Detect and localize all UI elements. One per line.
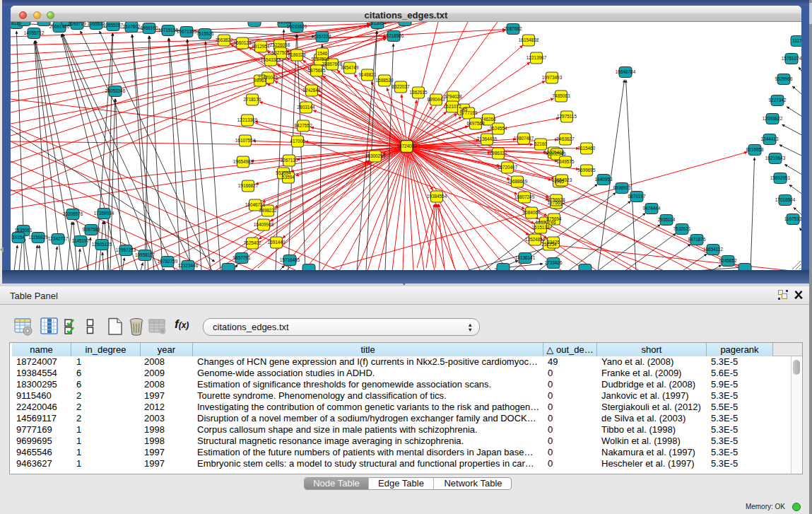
svg-text:1167533: 1167533 [784,216,801,221]
svg-text:9227342: 9227342 [769,98,787,103]
svg-text:6497568: 6497568 [467,121,485,126]
svg-text:875694: 875694 [546,216,562,221]
svg-text:17957253: 17957253 [116,247,136,252]
svg-text:10655287: 10655287 [103,23,124,28]
svg-text:6794028: 6794028 [445,94,462,99]
svg-text:12975115: 12975115 [557,114,577,119]
svg-text:10973493: 10973493 [542,75,563,80]
svg-text:16648784: 16648784 [616,69,636,74]
svg-text:15720407: 15720407 [498,165,518,170]
svg-text:16782759: 16782759 [158,259,178,264]
svg-text:8454749: 8454749 [341,65,359,70]
svg-text:6966160: 6966160 [141,25,158,30]
svg-text:1145197: 1145197 [72,238,90,243]
svg-text:16409948: 16409948 [254,222,274,227]
svg-text:10654112: 10654112 [703,247,723,252]
svg-text:20691406: 20691406 [49,24,70,29]
svg-text:16543382: 16543382 [261,57,281,62]
svg-text:23867608: 23867608 [322,62,343,66]
svg-text:19218586: 19218586 [384,33,404,38]
svg-text:2087682: 2087682 [505,26,522,31]
svg-text:9327508: 9327508 [312,57,329,62]
svg-text:20206576: 20206576 [63,211,83,216]
svg-text:1117: 1117 [792,38,801,43]
svg-text:1535061: 1535061 [15,228,33,233]
svg-text:39154: 39154 [12,235,25,240]
svg-text:1621072: 1621072 [444,104,461,109]
svg-text:7663822: 7663822 [216,37,233,42]
svg-text:21364436: 21364436 [477,136,498,141]
svg-text:12213369: 12213369 [237,117,258,122]
svg-text:1546: 1546 [317,51,328,56]
svg-text:8756928: 8756928 [548,197,565,202]
svg-text:15692951: 15692951 [770,175,791,180]
svg-text:12505135: 12505135 [92,242,112,247]
svg-text:8471676: 8471676 [688,237,706,242]
svg-text:16046736: 16046736 [245,202,266,207]
svg-text:19166827: 19166827 [238,183,259,188]
svg-text:23226058: 23226058 [270,42,290,47]
svg-text:9146821: 9146821 [359,72,377,77]
svg-text:14136141: 14136141 [515,255,536,260]
svg-text:16107554: 16107554 [235,138,256,143]
svg-text:1527602: 1527602 [123,24,141,29]
svg-text:10807487: 10807487 [514,136,534,141]
svg-text:10719155: 10719155 [158,28,179,33]
svg-text:2803144: 2803144 [298,105,315,110]
svg-text:3624554: 3624554 [490,126,507,131]
svg-text:3498222: 3498222 [259,208,277,213]
svg-text:18724007: 18724007 [396,144,417,148]
svg-text:8427552: 8427552 [295,123,312,128]
svg-text:11156829: 11156829 [28,235,48,240]
svg-text:16033809: 16033809 [287,24,307,29]
svg-text:2093719: 2093719 [69,22,86,26]
svg-text:1244413: 1244413 [761,136,779,141]
svg-text:7986322: 7986322 [490,151,507,156]
svg-text:15716485: 15716485 [280,257,300,262]
svg-text:13524851: 13524851 [525,237,546,242]
svg-text:6879197: 6879197 [628,194,646,199]
svg-text:12093822: 12093822 [763,116,783,121]
svg-text:14055712: 14055712 [24,30,45,35]
svg-text:9115460: 9115460 [578,146,596,151]
svg-text:1440953: 1440953 [595,177,613,182]
svg-text:8136: 8136 [11,22,22,25]
svg-text:10688609: 10688609 [507,179,528,184]
svg-text:9699695: 9699695 [578,168,596,173]
svg-text:17016504: 17016504 [775,197,796,202]
svg-text:8938923: 8938923 [613,185,631,190]
svg-text:19384554: 19384554 [427,194,447,199]
svg-text:18300295: 18300295 [365,153,386,158]
svg-text:16210643: 16210643 [765,156,786,160]
svg-text:15751074: 15751074 [782,56,801,61]
svg-text:9242848: 9242848 [303,88,321,93]
svg-text:9660123: 9660123 [234,40,252,45]
svg-text:9084067: 9084067 [523,210,541,215]
svg-text:33426: 33426 [547,240,560,245]
svg-text:28053346: 28053346 [105,88,126,93]
svg-text:9329966: 9329966 [775,76,793,81]
svg-text:12213967: 12213967 [526,55,547,60]
svg-text:9777169: 9777169 [460,110,478,115]
svg-text:7515526: 7515526 [196,31,214,36]
svg-text:9463627: 9463627 [557,136,575,141]
svg-text:13654923: 13654923 [552,177,572,182]
svg-text:8813054: 8813054 [369,22,387,25]
svg-text:53594: 53594 [282,175,295,180]
svg-text:19654983: 19654983 [233,159,254,164]
svg-text:7632621: 7632621 [673,226,691,231]
svg-text:8215958: 8215958 [746,147,764,152]
svg-text:1065532: 1065532 [88,22,105,26]
svg-text:1691440: 1691440 [268,240,286,245]
svg-text:1588520: 1588520 [376,78,394,83]
svg-text:18807249: 18807249 [514,194,535,199]
svg-text:9327505: 9327505 [272,50,290,55]
svg-text:2718176: 2718176 [244,97,261,102]
svg-text:1362615: 1362615 [410,90,428,95]
svg-text:2935114: 2935114 [658,217,676,222]
svg-text:10958117: 10958117 [135,252,155,257]
svg-text:12323446: 12323446 [178,263,199,268]
svg-text:1349575: 1349575 [557,159,575,164]
svg-text:9245652: 9245652 [719,258,737,263]
svg-text:98961: 98961 [254,78,266,83]
